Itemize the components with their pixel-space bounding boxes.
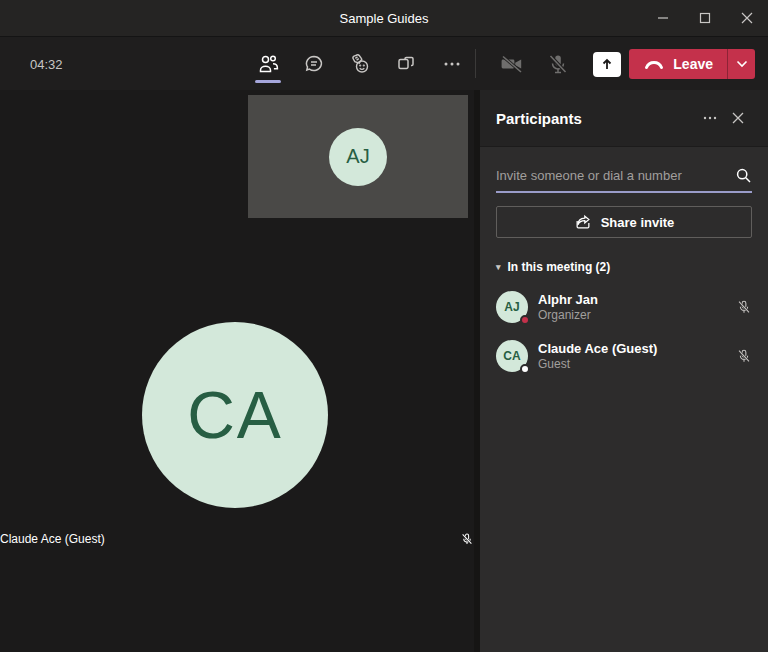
leave-split-button: Leave [629,49,755,79]
video-tile[interactable]: AJ [248,95,468,218]
close-icon [741,12,753,24]
avatar: AJ [329,128,387,186]
mic-toggle-button[interactable] [539,45,577,83]
main-speaker-name: Claude Ace (Guest) [0,532,105,546]
reactions-button[interactable] [342,44,378,84]
participants-header: Participants [480,90,768,147]
participant-avatar: CA [496,340,528,372]
panel-close-button[interactable] [724,104,752,132]
share-invite-icon [574,213,592,231]
reactions-icon [347,51,373,77]
panel-more-button[interactable] [696,104,724,132]
participants-icon [256,52,280,76]
chevron-down-icon [736,60,748,68]
participant-avatar: AJ [496,291,528,323]
meeting-stage: AJ CA Claude Ace (Guest) [0,90,474,652]
leave-button[interactable]: Leave [629,49,727,79]
maximize-icon [699,12,711,24]
more-actions-button[interactable] [434,44,470,84]
in-meeting-section-label: In this meeting (2) [508,260,611,274]
invite-search-input[interactable] [496,168,735,183]
in-meeting-section-header[interactable]: ▾ In this meeting (2) [496,260,752,274]
collapse-triangle-icon: ▾ [496,262,501,272]
camera-off-icon [499,51,525,77]
window-controls [642,0,768,36]
status-badge [520,364,530,374]
search-icon [735,167,752,184]
mic-muted-icon [460,532,474,546]
breakout-rooms-button[interactable] [388,44,424,84]
participants-body: Share invite ▾ In this meeting (2) AJ Al… [480,147,768,372]
maximize-button[interactable] [684,0,726,36]
share-invite-button[interactable]: Share invite [496,206,752,238]
invite-search-row [496,167,752,193]
participants-panel: Participants [474,90,768,652]
minimize-button[interactable] [642,0,684,36]
status-badge [520,315,530,325]
leave-button-label: Leave [673,56,713,72]
panel-title: Participants [496,110,696,127]
participants-button[interactable] [250,44,286,84]
participant-info: Claude Ace (Guest) Guest [538,341,657,372]
participant-row[interactable]: CA Claude Ace (Guest) Guest [496,340,752,372]
breakout-rooms-icon [394,52,418,76]
toolbar-divider [475,49,476,78]
close-icon [731,111,745,125]
participant-info: Alphr Jan Organizer [538,292,598,323]
share-screen-icon [599,56,615,72]
mic-muted-icon [736,348,752,364]
hang-up-icon [643,57,665,71]
meeting-toolbar: 04:32 [0,36,768,90]
meeting-timer: 04:32 [30,37,63,91]
main-speaker-label: Claude Ace (Guest) [0,532,474,546]
share-invite-label: Share invite [601,215,675,230]
close-button[interactable] [726,0,768,36]
participant-row[interactable]: AJ Alphr Jan Organizer [496,291,752,323]
minimize-icon [657,12,669,24]
leave-options-button[interactable] [727,49,755,79]
camera-toggle-button[interactable] [493,45,531,83]
toolbar-tab-icons [250,37,470,91]
participant-name: Claude Ace (Guest) [538,341,657,357]
participant-role: Guest [538,357,657,372]
participant-name: Alphr Jan [538,292,598,308]
chat-icon [302,52,326,76]
participant-role: Organizer [538,308,598,323]
teams-meeting-window: Sample Guides 04:32 [0,0,768,652]
meeting-content: AJ CA Claude Ace (Guest) Part [0,90,768,652]
main-speaker-avatar: CA [142,322,328,508]
share-screen-button[interactable] [593,52,621,77]
title-bar: Sample Guides [0,0,768,36]
toolbar-device-icons [493,37,621,91]
more-icon [702,110,718,126]
mic-off-icon [546,52,570,76]
mic-muted-icon [736,299,752,315]
more-icon [441,53,463,75]
chat-button[interactable] [296,44,332,84]
